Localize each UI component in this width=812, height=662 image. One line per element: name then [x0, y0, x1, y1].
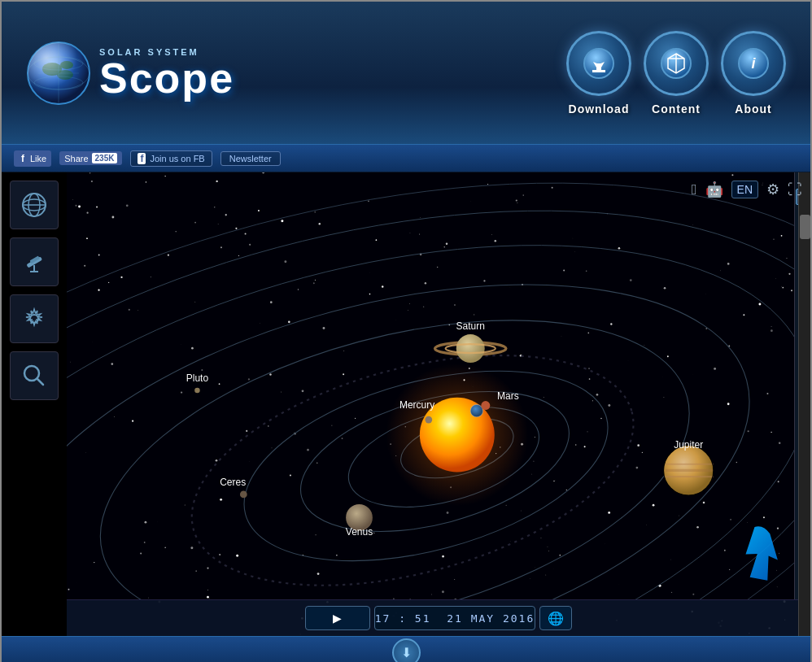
globe-icon: 🌐	[548, 611, 564, 626]
language-button[interactable]: EN	[731, 181, 758, 198]
svg-point-43	[425, 416, 432, 424]
app-window: SOLAR SYSTEM Scope	[0, 0, 812, 662]
top-controls:  🤖 EN ⚙ ⛶	[692, 181, 802, 198]
facebook-join-button[interactable]: f Join us on FB	[130, 150, 212, 167]
svg-point-9	[28, 42, 89, 104]
join-label: Join us on FB	[150, 154, 204, 163]
download-button[interactable]: Download	[566, 31, 631, 115]
svg-text:Ceres: Ceres	[220, 477, 246, 488]
svg-point-56	[456, 334, 485, 363]
footer-download-icon: ⬇	[401, 645, 412, 660]
left-toolbar	[2, 172, 67, 636]
facebook-join-icon: f	[138, 153, 146, 164]
facebook-like-widget[interactable]: f Like	[14, 150, 51, 167]
apple-icon: 	[692, 181, 697, 198]
download-icon	[566, 31, 631, 96]
content-button[interactable]: Content	[644, 31, 709, 115]
about-label: About	[735, 102, 771, 115]
about-button[interactable]: i About	[721, 31, 786, 115]
content-label: Content	[652, 102, 701, 115]
social-bar: f Like Share 235K f Join us on FB Newsle…	[2, 144, 810, 172]
svg-text:Jupiter: Jupiter	[674, 439, 703, 451]
svg-rect-12	[596, 63, 601, 70]
telescope-button[interactable]	[10, 237, 59, 286]
time-display: 17 : 51 21 MAY 2016	[374, 606, 536, 630]
svg-line-30	[37, 379, 44, 385]
svg-point-63	[240, 491, 247, 499]
share-label: Share	[64, 154, 88, 163]
globe-button[interactable]: 🌐	[539, 606, 572, 630]
newsletter-button[interactable]: Newsletter	[220, 151, 281, 166]
facebook-logo: f	[19, 152, 27, 165]
svg-text:Mars: Mars	[497, 390, 519, 402]
svg-text:Venus: Venus	[346, 526, 373, 538]
scrollbar-thumb[interactable]	[800, 215, 810, 239]
play-button[interactable]: ▶	[305, 606, 370, 630]
time-value: 17 : 51	[375, 612, 431, 625]
android-icon: 🤖	[705, 181, 723, 198]
scrollbar[interactable]	[798, 172, 810, 636]
settings-button[interactable]	[10, 294, 59, 343]
like-count: 235K	[92, 153, 118, 163]
logo-text: SOLAR SYSTEM Scope	[99, 47, 234, 99]
svg-text:Saturn: Saturn	[456, 320, 485, 332]
svg-text:Pluto: Pluto	[186, 372, 209, 384]
main-area:  🤖 EN ⚙ ⛶	[2, 172, 810, 636]
space-view[interactable]:  🤖 EN ⚙ ⛶	[67, 172, 810, 636]
header: SOLAR SYSTEM Scope	[2, 2, 810, 144]
svg-point-48	[481, 401, 490, 410]
footer: ⬇	[2, 636, 810, 662]
like-label: Like	[30, 154, 46, 163]
logo-icon	[26, 41, 91, 106]
expand-icon[interactable]: ⛶	[788, 181, 802, 198]
solar-system-scene: Venus Jupiter Satu	[67, 172, 794, 599]
facebook-share-widget[interactable]: Share 235K	[59, 151, 122, 165]
date-value: 21 MAY 2016	[447, 612, 535, 625]
globe-view-button[interactable]	[10, 181, 59, 229]
download-label: Download	[569, 102, 630, 115]
newsletter-label: Newsletter	[229, 154, 272, 163]
svg-point-59	[194, 388, 200, 394]
svg-text:Mercury: Mercury	[399, 399, 434, 411]
bottom-controls: ▶ 17 : 51 21 MAY 2016 🌐	[67, 599, 810, 636]
about-icon: i	[721, 31, 786, 96]
play-icon: ▶	[333, 612, 342, 625]
svg-rect-13	[592, 70, 605, 72]
options-icon[interactable]: ⚙	[766, 181, 779, 198]
logo-area: SOLAR SYSTEM Scope	[26, 41, 234, 106]
footer-download-button[interactable]: ⬇	[392, 638, 421, 662]
content-icon	[644, 31, 709, 96]
nav-buttons: Download	[566, 31, 786, 115]
scope-label: Scope	[99, 57, 234, 99]
search-button[interactable]	[10, 351, 59, 400]
